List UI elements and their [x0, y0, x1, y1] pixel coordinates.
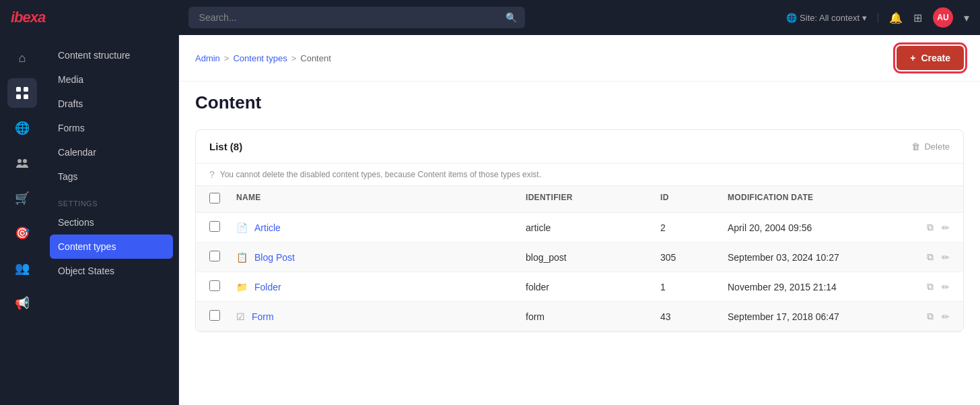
create-button[interactable]: + Create	[897, 46, 964, 70]
table-row: 📄 Article article 2 April 20, 2004 09:56…	[196, 213, 963, 243]
table-header: Name Identifier ID Modification date	[196, 186, 963, 213]
sidebar-structure[interactable]	[7, 78, 37, 108]
article-identifier: article	[526, 222, 660, 233]
svg-point-4	[18, 159, 22, 163]
media-label: Media	[58, 74, 83, 85]
edit-icon[interactable]: ✏	[942, 222, 950, 233]
table-row: 📋 Blog Post blog_post 305 September 03, …	[196, 243, 963, 272]
search-bar: 🔍	[188, 7, 525, 28]
top-navigation: ibexa 🔍 🌐 Site: All context ▾ 🔔 ⊞ AU ▾	[0, 0, 980, 35]
row-checkbox-article[interactable]	[209, 221, 220, 232]
copy-icon[interactable]: ⧉	[927, 311, 934, 322]
nav-item-calendar[interactable]: Calendar	[44, 140, 178, 164]
blogpost-actions: ⧉ ✏	[896, 251, 950, 263]
breadcrumb-admin[interactable]: Admin	[195, 53, 220, 63]
form-id: 43	[660, 311, 728, 322]
search-icon: 🔍	[505, 12, 517, 23]
row-name-folder: 📁 Folder	[236, 282, 526, 292]
chevron-down-icon: ▾	[862, 13, 867, 23]
sidebar-globe[interactable]: 🌐	[7, 113, 37, 143]
content-area: Admin > Content types > Content + Create…	[179, 35, 980, 405]
calendar-label: Calendar	[58, 147, 96, 158]
logo-text: ibexa	[11, 9, 45, 26]
breadcrumb-sep-1: >	[224, 53, 230, 63]
chevron-down-icon[interactable]: ▾	[964, 11, 969, 24]
search-input[interactable]	[188, 7, 525, 28]
breadcrumb-content-types[interactable]: Content types	[233, 53, 287, 63]
nav-item-tags[interactable]: Tags	[44, 164, 178, 189]
nav-item-media[interactable]: Media	[44, 67, 178, 92]
folder-id: 1	[660, 282, 728, 292]
row-checkbox-folder[interactable]	[209, 280, 220, 291]
edit-icon[interactable]: ✏	[942, 252, 950, 263]
row-checkbox-blogpost[interactable]	[209, 251, 220, 261]
logo: ibexa	[11, 9, 45, 26]
nav-right: 🌐 Site: All context ▾ 🔔 ⊞ AU ▾	[786, 7, 969, 28]
grid-icon[interactable]: ⊞	[913, 11, 922, 24]
nav-item-content-structure[interactable]: Content structure	[44, 43, 178, 67]
blogpost-id: 305	[660, 252, 728, 263]
nav-item-object-states[interactable]: Object States	[44, 259, 178, 283]
row-checkbox	[209, 221, 236, 234]
table-row: ☑ Form form 43 September 17, 2018 06:47 …	[196, 302, 963, 332]
content-structure-label: Content structure	[58, 50, 130, 61]
blogpost-type-icon: 📋	[236, 252, 248, 263]
folder-date: November 29, 2015 21:14	[728, 282, 896, 292]
sidebar-people[interactable]: 👥	[7, 253, 37, 283]
nav-menu: Content structure Media Drafts Forms Cal…	[44, 35, 179, 405]
folder-type-icon: 📁	[236, 282, 248, 292]
edit-icon[interactable]: ✏	[942, 282, 950, 292]
icon-sidebar: ⌂ 🌐 🛒 🎯 👥 📢	[0, 35, 44, 405]
nav-item-drafts[interactable]: Drafts	[44, 92, 178, 116]
sidebar-cart[interactable]: 🛒	[7, 183, 37, 213]
col-id: ID	[660, 193, 728, 206]
copy-icon[interactable]: ⧉	[927, 251, 934, 263]
forms-label: Forms	[58, 123, 85, 133]
form-type-icon: ☑	[236, 311, 245, 322]
copy-icon[interactable]: ⧉	[927, 222, 934, 233]
article-link[interactable]: Article	[254, 222, 281, 233]
delete-label: Delete	[924, 142, 950, 152]
svg-rect-3	[24, 94, 28, 99]
row-checkbox	[209, 251, 236, 263]
delete-button[interactable]: 🗑 Delete	[911, 142, 950, 152]
sidebar-megaphone[interactable]: 📢	[7, 288, 37, 318]
sidebar-home[interactable]: ⌂	[7, 43, 37, 73]
nav-item-sections[interactable]: Sections	[44, 210, 178, 235]
row-checkbox	[209, 280, 236, 293]
form-link[interactable]: Form	[252, 311, 274, 322]
form-actions: ⧉ ✏	[896, 311, 950, 322]
trash-icon: 🗑	[911, 142, 920, 152]
folder-link[interactable]: Folder	[254, 282, 281, 292]
svg-point-5	[23, 159, 27, 163]
sidebar-analytics[interactable]: 🎯	[7, 218, 37, 248]
col-identifier: Identifier	[526, 193, 660, 206]
row-checkbox-form[interactable]	[209, 310, 220, 321]
article-id: 2	[660, 222, 728, 233]
col-name: Name	[236, 193, 526, 206]
article-type-icon: 📄	[236, 222, 248, 233]
sidebar-groups[interactable]	[7, 148, 37, 178]
list-info: ? You cannot delete the disabled content…	[196, 164, 963, 186]
blogpost-date: September 03, 2024 10:27	[728, 252, 896, 263]
row-name-blogpost: 📋 Blog Post	[236, 252, 526, 263]
blogpost-identifier: blog_post	[526, 252, 660, 263]
info-message: You cannot delete the disabled content t…	[220, 170, 541, 179]
breadcrumb-sep-2: >	[291, 53, 297, 63]
content-header: Admin > Content types > Content + Create	[179, 35, 980, 82]
nav-item-forms[interactable]: Forms	[44, 116, 178, 140]
site-context[interactable]: 🌐 Site: All context ▾	[786, 13, 878, 23]
select-all-checkbox[interactable]	[209, 193, 220, 204]
article-date: April 20, 2004 09:56	[728, 222, 896, 233]
blogpost-link[interactable]: Blog Post	[254, 252, 295, 263]
list-title: List (8)	[209, 141, 242, 152]
settings-section-label: Settings	[44, 189, 178, 210]
avatar[interactable]: AU	[933, 7, 953, 28]
drafts-label: Drafts	[58, 98, 83, 109]
copy-icon[interactable]: ⧉	[927, 281, 934, 292]
edit-icon[interactable]: ✏	[942, 311, 950, 322]
globe-icon: 🌐	[786, 13, 797, 23]
create-label: Create	[921, 53, 950, 63]
notification-icon[interactable]: 🔔	[889, 11, 903, 24]
nav-item-content-types[interactable]: Content types	[50, 235, 173, 259]
